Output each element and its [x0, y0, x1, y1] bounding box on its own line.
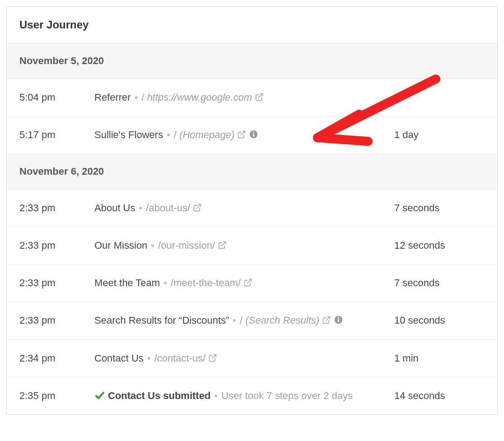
row-time: 2:33 pm	[19, 238, 94, 253]
svg-point-11	[338, 317, 339, 319]
row-page: Contact Us submitted•User took 7 steps o…	[94, 388, 394, 404]
date-header: November 6, 2020	[7, 154, 497, 190]
svg-point-4	[253, 132, 254, 133]
row-title: Contact Us	[94, 353, 144, 364]
external-link-icon[interactable]	[208, 353, 217, 362]
row-duration: 14 seconds	[394, 388, 485, 404]
row-time: 2:35 pm	[19, 388, 94, 404]
journey-body: November 5, 20205:04 pmReferrer•/ https:…	[7, 43, 497, 414]
check-icon	[94, 390, 105, 401]
svg-line-6	[221, 242, 225, 246]
row-time: 2:33 pm	[19, 313, 94, 328]
row-path-prefix: /	[141, 92, 147, 103]
svg-rect-3	[253, 134, 254, 137]
svg-line-0	[258, 94, 262, 98]
row-path: (Homepage)	[179, 129, 234, 140]
row-path-prefix: /	[240, 315, 245, 326]
row-path: /contact-us/	[154, 353, 206, 364]
separator-dot: •	[147, 240, 158, 251]
row-title: Search Results for “Discounts”	[94, 315, 229, 326]
row-title: Meet the Team	[94, 277, 160, 288]
external-link-icon[interactable]	[255, 93, 264, 102]
separator-dot: •	[144, 353, 154, 364]
external-link-icon[interactable]	[237, 130, 246, 139]
panel-title: User Journey	[7, 7, 497, 43]
journey-row: 2:34 pmContact Us•/contact-us/1 min	[7, 340, 497, 377]
separator-dot: •	[135, 202, 146, 214]
row-path-prefix: /	[174, 129, 179, 140]
row-time: 5:17 pm	[19, 127, 94, 143]
row-path: /about-us/	[146, 202, 190, 214]
row-path: https://www.google.com	[147, 92, 252, 103]
journey-row: 5:17 pmSullie's Flowers•/ (Homepage)1 da…	[7, 116, 497, 154]
journey-row: 2:33 pmAbout Us•/about-us/7 seconds	[7, 190, 497, 227]
row-title: Sullie's Flowers	[94, 129, 163, 140]
row-page: Referrer•/ https://www.google.com	[94, 90, 394, 105]
svg-rect-10	[338, 319, 339, 322]
journey-row: 5:04 pmReferrer•/ https://www.google.com	[7, 79, 497, 116]
date-header: November 5, 2020	[7, 43, 497, 79]
external-link-icon[interactable]	[322, 316, 331, 325]
row-duration: 10 seconds	[394, 313, 485, 328]
svg-line-7	[247, 279, 251, 283]
user-journey-panel: User Journey November 5, 20205:04 pmRefe…	[6, 6, 498, 415]
row-duration: 1 day	[394, 127, 485, 143]
row-title: Referrer	[94, 92, 131, 103]
row-duration: 7 seconds	[394, 200, 485, 216]
svg-line-1	[241, 131, 245, 135]
svg-line-12	[212, 354, 216, 358]
separator-dot: •	[160, 277, 171, 288]
row-page: Contact Us•/contact-us/	[94, 351, 394, 366]
row-title: Our Mission	[94, 240, 147, 251]
info-icon[interactable]	[249, 130, 258, 139]
row-duration: 7 seconds	[394, 275, 485, 291]
svg-line-5	[196, 204, 201, 209]
row-page: Search Results for “Discounts”•/ (Search…	[94, 313, 394, 328]
row-title: About Us	[94, 202, 135, 214]
external-link-icon[interactable]	[193, 203, 202, 212]
row-path: /our-mission/	[158, 240, 215, 251]
row-time: 2:33 pm	[19, 200, 94, 216]
row-duration: 1 min	[394, 351, 485, 366]
journey-row: 2:33 pmOur Mission•/our-mission/12 secon…	[7, 227, 497, 265]
journey-row: 2:35 pmContact Us submitted•User took 7 …	[7, 377, 497, 414]
row-time: 2:34 pm	[19, 351, 94, 366]
separator-dot: •	[210, 390, 221, 401]
separator-dot: •	[131, 92, 142, 103]
row-time: 5:04 pm	[19, 90, 94, 105]
separator-dot: •	[229, 315, 240, 326]
row-path: /meet-the-team/	[171, 277, 241, 288]
row-page: About Us•/about-us/	[94, 200, 394, 216]
svg-line-8	[326, 317, 330, 321]
external-link-icon[interactable]	[243, 278, 252, 287]
row-page: Our Mission•/our-mission/	[94, 238, 394, 253]
row-meta: User took 7 steps over 2 days	[221, 390, 353, 401]
row-time: 2:33 pm	[19, 275, 94, 291]
journey-row: 2:33 pmSearch Results for “Discounts”•/ …	[7, 302, 497, 339]
info-icon[interactable]	[334, 315, 343, 325]
row-path: (Search Results)	[245, 315, 319, 326]
journey-row: 2:33 pmMeet the Team•/meet-the-team/7 se…	[7, 265, 497, 302]
external-link-icon[interactable]	[218, 241, 227, 250]
row-title: Contact Us submitted	[108, 390, 210, 401]
row-page: Sullie's Flowers•/ (Homepage)	[94, 127, 394, 143]
separator-dot: •	[163, 129, 174, 140]
row-duration: 12 seconds	[394, 238, 485, 253]
row-page: Meet the Team•/meet-the-team/	[94, 275, 394, 291]
